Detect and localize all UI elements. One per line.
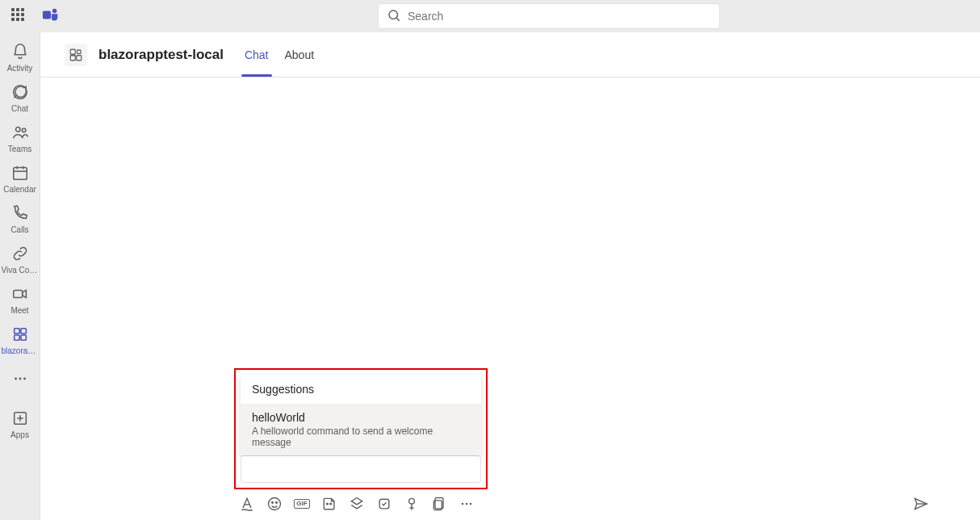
svg-point-36 xyxy=(466,503,468,505)
emoji-icon[interactable] xyxy=(266,496,283,512)
svg-point-27 xyxy=(272,502,274,504)
sidebar-label: Viva Connec... xyxy=(2,266,39,275)
svg-rect-22 xyxy=(70,49,75,54)
app-tiles-icon xyxy=(11,325,29,346)
extensions-icon[interactable] xyxy=(349,496,365,512)
svg-point-28 xyxy=(276,502,278,504)
plus-square-icon xyxy=(11,409,29,430)
suggestions-highlight: Suggestions helloWorld A helloworld comm… xyxy=(234,368,488,489)
app-launcher-icon[interactable] xyxy=(11,8,27,24)
tab-label: About xyxy=(285,48,315,61)
more-actions-icon[interactable] xyxy=(459,496,475,512)
sidebar-label: Apps xyxy=(2,430,39,439)
app-avatar-icon xyxy=(65,44,87,66)
sidebar-label: Chat xyxy=(2,104,39,113)
gif-icon[interactable]: GIF xyxy=(294,496,310,512)
chat-icon xyxy=(11,83,29,104)
sidebar-item-apps[interactable]: Apps xyxy=(0,404,40,444)
svg-rect-25 xyxy=(77,50,82,54)
svg-point-2 xyxy=(389,10,398,19)
suggestion-description: A helloworld command to send a welcome m… xyxy=(252,426,470,448)
svg-point-16 xyxy=(15,378,17,380)
svg-point-26 xyxy=(269,498,281,510)
video-icon xyxy=(11,285,29,306)
search-icon xyxy=(387,8,408,25)
sidebar-item-calls[interactable]: Calls xyxy=(0,199,40,239)
link-icon xyxy=(11,245,29,266)
phone-icon xyxy=(11,204,29,225)
sidebar-label: blazorappt... xyxy=(2,346,39,355)
suggestion-item[interactable]: helloWorld A helloworld command to send … xyxy=(241,405,481,456)
sidebar-item-meet[interactable]: Meet xyxy=(0,279,40,320)
app-sidebar: Activity Chat Teams Calendar Calls Viva … xyxy=(0,32,40,520)
svg-point-32 xyxy=(409,498,415,504)
svg-rect-23 xyxy=(70,55,75,60)
suggestions-heading: Suggestions xyxy=(241,375,481,405)
tab-chat[interactable]: Chat xyxy=(237,32,277,77)
chat-header: blazorapptest-local Chat About xyxy=(40,32,980,78)
teams-logo-icon xyxy=(42,6,60,27)
sidebar-item-more[interactable] xyxy=(0,360,40,400)
compose-input[interactable] xyxy=(241,455,481,483)
svg-rect-14 xyxy=(20,334,25,339)
sticker-icon[interactable] xyxy=(321,496,337,512)
suggestions-popup: Suggestions helloWorld A helloworld comm… xyxy=(241,375,481,456)
sidebar-item-viva[interactable]: Viva Connec... xyxy=(0,239,40,279)
sidebar-label: Calendar xyxy=(2,185,39,194)
more-icon xyxy=(11,370,29,391)
sidebar-label: Teams xyxy=(2,145,39,153)
svg-point-6 xyxy=(22,128,26,132)
svg-line-3 xyxy=(396,18,399,20)
svg-rect-12 xyxy=(14,328,19,333)
send-button[interactable] xyxy=(912,496,928,512)
sidebar-label: Activity xyxy=(2,64,39,73)
search-box[interactable] xyxy=(378,3,720,29)
tab-label: Chat xyxy=(245,48,269,61)
svg-rect-24 xyxy=(77,55,82,60)
svg-rect-11 xyxy=(13,290,22,297)
attach-icon[interactable] xyxy=(431,496,447,512)
format-icon[interactable] xyxy=(239,496,255,512)
svg-rect-15 xyxy=(20,328,25,333)
sidebar-label: Calls xyxy=(2,225,39,234)
svg-point-29 xyxy=(327,503,329,505)
svg-point-1 xyxy=(52,8,57,13)
tab-about[interactable]: About xyxy=(277,32,323,77)
svg-point-17 xyxy=(19,378,21,380)
top-bar xyxy=(0,0,980,32)
app-title: blazorapptest-local xyxy=(98,47,224,63)
svg-point-37 xyxy=(470,503,472,505)
suggestion-command: helloWorld xyxy=(252,411,470,424)
sidebar-item-chat[interactable]: Chat xyxy=(0,78,40,118)
bell-icon xyxy=(11,43,29,64)
sidebar-item-activity[interactable]: Activity xyxy=(0,37,40,78)
svg-point-5 xyxy=(15,127,20,132)
svg-point-35 xyxy=(462,503,464,505)
chat-body: Suggestions helloWorld A helloworld comm… xyxy=(40,78,980,520)
search-input[interactable] xyxy=(408,10,711,23)
approvals-icon[interactable] xyxy=(404,496,420,512)
sidebar-item-calendar[interactable]: Calendar xyxy=(0,158,40,199)
content-area: blazorapptest-local Chat About Suggestio… xyxy=(40,32,980,520)
sidebar-item-teams[interactable]: Teams xyxy=(0,118,40,158)
svg-point-18 xyxy=(23,378,26,380)
compose-toolbar: GIF xyxy=(234,496,933,512)
svg-rect-7 xyxy=(13,167,27,179)
svg-rect-0 xyxy=(43,10,51,19)
svg-rect-13 xyxy=(14,334,19,339)
loop-icon[interactable] xyxy=(376,496,392,512)
calendar-icon xyxy=(11,164,29,185)
svg-point-30 xyxy=(330,503,332,505)
sidebar-label: Meet xyxy=(2,306,39,315)
teams-people-icon xyxy=(11,124,29,145)
sidebar-item-blazorapp[interactable]: blazorappt... xyxy=(0,320,40,360)
